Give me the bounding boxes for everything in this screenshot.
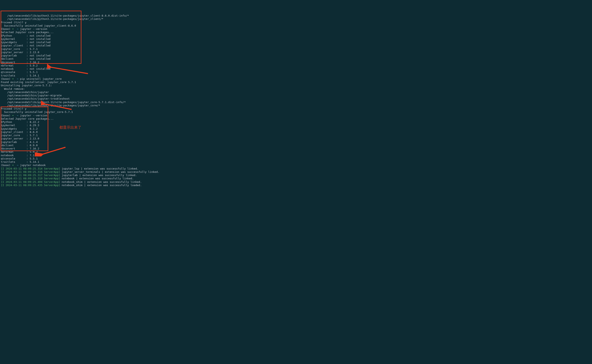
terminal-output[interactable]: /opt/anaconda3/lib/python3.11/site-packa… <box>1 14 591 187</box>
log-message: jupyter_server_terminals | extension was… <box>60 170 159 173</box>
prompt-env: (base) <box>1 77 10 80</box>
terminal-line: Successfully uninstalled jupyter_client-… <box>1 24 591 27</box>
terminal-line: /opt/anaconda3/bin/jupyter-troubleshoot <box>1 97 591 100</box>
terminal-line: /opt/anaconda3/lib/python3.11/site-packa… <box>1 14 591 17</box>
prompt-arrow-icon: ➜ <box>12 77 14 80</box>
package-row: nbformat : 5.9.2 <box>1 64 591 67</box>
package-row: jupyter_core : 5.7.1 <box>1 134 591 137</box>
terminal-line: Successfully uninstalled jupyter_core-5.… <box>1 110 591 114</box>
terminal-line: Selected Jupyter core packages... <box>1 117 591 120</box>
command-text: pip uninstall jupyter_core <box>20 77 62 80</box>
terminal-line: /opt/anaconda3/lib/python3.11/site-packa… <box>1 101 591 104</box>
log-line: [I 2024-03-11 08:09:25.404 ServerApp] no… <box>1 180 591 184</box>
command-text: jupyter notebook <box>20 164 46 167</box>
log-timestamp: [I 2024-03-11 08:09:25.314 ServerApp] <box>1 167 60 170</box>
prompt-cwd: ~ <box>17 27 18 31</box>
prompt-arrow-icon: ➜ <box>12 164 14 167</box>
package-row: notebook : 7.1.1 <box>1 154 591 157</box>
log-timestamp: [I 2024-03-11 08:09:25.316 ServerApp] <box>1 170 60 173</box>
command-text: jupyter --version <box>20 27 47 31</box>
package-row: jupyter_client : not installed <box>1 44 591 47</box>
log-message: jupyter_lsp | extension was successfully… <box>60 167 139 170</box>
package-row: nbconvert : 7.16.2 <box>1 147 591 150</box>
prompt-line: (base) ➜ ~ jupyter --version <box>1 114 591 117</box>
prompt-env: (base) <box>1 114 10 117</box>
log-message: jupyterlab | extension was successfully … <box>60 174 137 177</box>
package-row: nbclient : 0.9.0 <box>1 144 591 147</box>
terminal-line: /opt/anaconda3/lib/python3.11/site-packa… <box>1 17 591 21</box>
log-line: [I 2024-03-11 08:09:25.435 ServerApp] no… <box>1 184 591 187</box>
package-row: jupyter_server : 2.13.0 <box>1 137 591 140</box>
prompt-cwd: ~ <box>17 164 18 167</box>
terminal-line: /opt/anaconda3/bin/jupyter-migrate <box>1 94 591 97</box>
package-row: IPython : not installed <box>1 34 591 37</box>
package-row: qtconsole : 5.5.1 <box>1 157 591 160</box>
log-timestamp: [I 2024-03-11 08:09:25.317 ServerApp] <box>1 174 60 177</box>
package-row: jupyter_server : 2.13.0 <box>1 51 591 54</box>
package-row: qtconsole : 5.5.1 <box>1 71 591 74</box>
log-timestamp: [I 2024-03-11 08:09:25.435 ServerApp] <box>1 184 60 187</box>
log-message: notebook_shim | extension was successful… <box>60 184 142 187</box>
package-row: traitlets : 5.14.1 <box>1 160 591 164</box>
terminal-line: Proceed (Y/n)? y <box>1 21 591 24</box>
package-row: jupyter_core : 5.7.1 <box>1 47 591 51</box>
terminal-line: Proceed (Y/n)? y <box>1 107 591 110</box>
log-timestamp: [I 2024-03-11 08:09:25.404 ServerApp] <box>1 180 60 183</box>
terminal-line: Found existing installation: jupyter_cor… <box>1 81 591 84</box>
package-row: ipywidgets : 8.1.2 <box>1 127 591 130</box>
package-row: nbclient : not installed <box>1 57 591 60</box>
package-row: jupyter_client : 8.6.0 <box>1 130 591 134</box>
terminal-line: /opt/anaconda3/bin/jupyter <box>1 91 591 94</box>
log-line: [I 2024-03-11 08:09:25.316 ServerApp] ju… <box>1 170 591 174</box>
command-text: jupyter --version <box>20 114 47 117</box>
prompt-arrow-icon: ➜ <box>12 27 14 31</box>
package-row: nbconvert : 7.16.2 <box>1 61 591 64</box>
package-row: IPython : 8.22.2 <box>1 120 591 124</box>
log-message: notebook | extension was successfully li… <box>60 177 134 180</box>
prompt-cwd: ~ <box>17 114 18 117</box>
package-row: traitlets : 5.14.1 <box>1 74 591 77</box>
prompt-cwd: ~ <box>17 77 18 80</box>
prompt-arrow-icon: ➜ <box>12 114 14 117</box>
log-line: [I 2024-03-11 08:09:25.319 ServerApp] no… <box>1 177 591 180</box>
prompt-line: (base) ➜ ~ pip uninstall jupyter_core <box>1 77 591 81</box>
terminal-line: /opt/anaconda3/lib/python3.11/site-packa… <box>1 104 591 107</box>
package-row: ipykernel : not installed <box>1 37 591 41</box>
package-row: nbformat : 5.9.2 <box>1 150 591 154</box>
prompt-env: (base) <box>1 27 10 31</box>
log-line: [I 2024-03-11 08:09:25.314 ServerApp] ju… <box>1 167 591 170</box>
log-timestamp: [I 2024-03-11 08:09:25.319 ServerApp] <box>1 177 60 180</box>
log-line: [I 2024-03-11 08:09:25.317 ServerApp] ju… <box>1 174 591 177</box>
package-row: notebook : not installed <box>1 67 591 71</box>
terminal-line: Uninstalling jupyter_core-5.7.1: <box>1 84 591 87</box>
terminal-line: Selected Jupyter core packages... <box>1 31 591 34</box>
prompt-line: (base) ➜ ~ jupyter --version <box>1 27 591 31</box>
prompt-line: (base) ➜ ~ jupyter notebook <box>1 164 591 167</box>
prompt-env: (base) <box>1 164 10 167</box>
package-row: ipykernel : 6.29.3 <box>1 124 591 127</box>
package-row: jupyterlab : 4.1.4 <box>1 141 591 144</box>
terminal-line: Would remove: <box>1 87 591 91</box>
package-row: ipywidgets : not installed <box>1 41 591 44</box>
package-row: jupyterlab : not installed <box>1 54 591 57</box>
log-message: notebook_shim | extension was successful… <box>60 180 142 183</box>
